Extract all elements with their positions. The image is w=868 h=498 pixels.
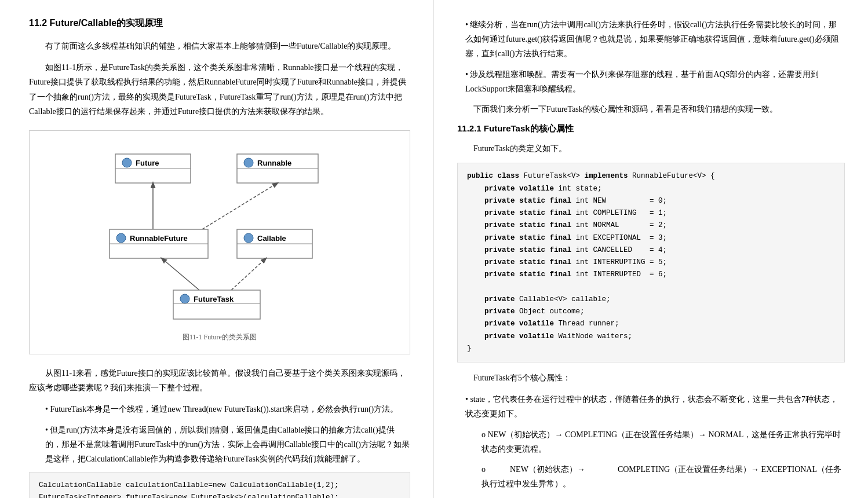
sub-bullet-2: o NEW（初始状态）→ COMPLETING（正在设置任务结果）→ EXCEP… <box>482 462 845 491</box>
bullet-r2: 涉及线程阻塞和唤醒。需要有一个队列来保存阻塞的线程，基于前面AQS部分的内容，还… <box>465 67 845 96</box>
svg-point-11 <box>116 233 126 243</box>
svg-line-18 <box>162 258 199 290</box>
svg-point-1 <box>122 158 132 167</box>
uml-diagram: Future Runnable RunnableFuture Callable <box>29 130 410 354</box>
para-r2: FutureTask的类定义如下。 <box>457 141 845 156</box>
code-block-1: CalculationCallable calculationCallable=… <box>29 472 410 498</box>
diagram-caption: 图11-1 Future的类关系图 <box>183 332 257 342</box>
section-title-11-2: 11.2 Future/Callable的实现原理 <box>29 17 410 30</box>
para-r3: FutureTask有5个核心属性： <box>457 371 845 385</box>
bullet-1: FutureTask本身是一个线程，通过new Thread(new Futur… <box>45 402 410 416</box>
svg-text:Callable: Callable <box>257 234 286 243</box>
svg-text:FutureTask: FutureTask <box>194 295 234 303</box>
svg-text:Runnable: Runnable <box>257 159 291 167</box>
para-r1: 下面我们来分析一下FutureTask的核心属性和源码，看看是否和我们猜想的实现… <box>457 102 845 116</box>
section-title-11-2-1: 11.2.1 FutureTask的核心属性 <box>457 123 845 134</box>
svg-text:Future: Future <box>136 159 159 167</box>
svg-point-5 <box>244 158 253 167</box>
para-3: 从图11-1来看，感觉Future接口的实现应该比较简单。假设我们自己要基于这个… <box>29 366 410 395</box>
para-2: 如图11-1所示，是FutureTask的类关系图，这个类关系图非常清晰，Run… <box>29 60 410 119</box>
svg-line-9 <box>202 183 278 229</box>
svg-point-21 <box>180 294 189 303</box>
svg-line-19 <box>231 258 266 290</box>
bullet-2: 但是run()方法本身是没有返回值的，所以我们猜测，返回值是由Callable接… <box>45 423 410 467</box>
svg-text:RunnableFuture: RunnableFuture <box>130 234 188 243</box>
para-1: 有了前面这么多线程基础知识的铺垫，相信大家基本上能够猜测到一些Future/Ca… <box>29 39 410 53</box>
left-panel: 11.2 Future/Callable的实现原理 有了前面这么多线程基础知识的… <box>0 0 434 498</box>
sub-bullet-1: o NEW（初始状态）→ COMPLETING（正在设置任务结果）→ NORMA… <box>482 427 845 456</box>
right-panel: 继续分析，当在run()方法中调用call()方法来执行任务时，假设call()… <box>434 0 868 498</box>
code-block-main: public class FutureTask<V> implements Ru… <box>457 163 845 362</box>
svg-point-15 <box>244 233 253 243</box>
bullet-r3: state，它代表任务在运行过程中的状态，伴随着任务的执行，状态会不断变化，这里… <box>465 392 845 421</box>
bullet-r1: 继续分析，当在run()方法中调用call()方法来执行任务时，假设call()… <box>465 17 845 61</box>
